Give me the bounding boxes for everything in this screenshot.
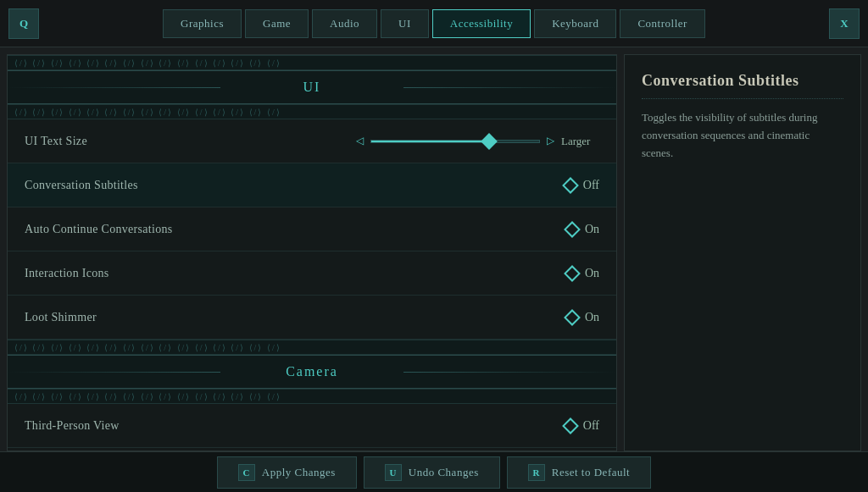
tab-graphics-label: Graphics — [181, 17, 224, 30]
reset-to-default-button[interactable]: R Reset to Default — [507, 456, 651, 489]
slider-left-arrow[interactable]: ◁ — [356, 135, 364, 147]
conversation-subtitles-value: Off — [583, 179, 599, 192]
conversation-subtitles-control[interactable]: Off — [565, 179, 599, 192]
setting-auto-continue[interactable]: Auto Continue Conversations On — [8, 207, 616, 252]
loot-shimmer-control[interactable]: On — [566, 311, 599, 324]
setting-loot-shimmer[interactable]: Loot Shimmer On — [8, 296, 616, 340]
setting-head-bobbing[interactable]: Head Bobbing Off — [8, 448, 616, 451]
undo-key-badge: U — [385, 464, 402, 481]
camera-section-decorator-bottom: ⟨/⟩ ⟨/⟩ ⟨/⟩ ⟨/⟩ ⟨/⟩ ⟨/⟩ ⟨/⟩ ⟨/⟩ ⟨/⟩ ⟨/⟩ … — [8, 389, 616, 404]
ui-text-size-track[interactable] — [370, 140, 540, 143]
third-person-view-value: Off — [583, 419, 599, 433]
undo-changes-label: Undo Changes — [409, 466, 479, 479]
third-person-view-control[interactable]: Off — [565, 419, 599, 433]
auto-continue-label: Auto Continue Conversations — [25, 223, 566, 236]
auto-continue-control[interactable]: On — [566, 223, 599, 236]
apply-changes-button[interactable]: C Apply Changes — [217, 456, 357, 489]
ui-section-decorator-bottom: ⟨/⟩ ⟨/⟩ ⟨/⟩ ⟨/⟩ ⟨/⟩ ⟨/⟩ ⟨/⟩ ⟨/⟩ ⟨/⟩ ⟨/⟩ … — [8, 104, 616, 119]
ui-text-size-handle[interactable] — [481, 133, 498, 150]
ui-text-size-control[interactable]: ◁ ▷ Larger — [356, 135, 599, 148]
setting-conversation-subtitles[interactable]: Conversation Subtitles Off — [8, 163, 616, 207]
info-panel-title: Conversation Subtitles — [642, 72, 843, 99]
tab-keyboard-label: Keyboard — [552, 17, 598, 30]
tab-ui[interactable]: UI — [381, 9, 429, 38]
main-content: ⟨/⟩ ⟨/⟩ ⟨/⟩ ⟨/⟩ ⟨/⟩ ⟨/⟩ ⟨/⟩ ⟨/⟩ ⟨/⟩ ⟨/⟩ … — [0, 47, 868, 451]
corner-right-label: X — [840, 17, 848, 30]
interaction-icons-value: On — [585, 267, 599, 280]
camera-section-header: Camera — [8, 355, 616, 389]
ui-text-size-label: UI Text Size — [25, 135, 356, 148]
conversation-subtitles-label: Conversation Subtitles — [25, 179, 565, 192]
bottom-action-bar: C Apply Changes U Undo Changes R Reset t… — [0, 451, 868, 492]
camera-section-title: Camera — [21, 364, 603, 379]
ui-section-decorator-top: ⟨/⟩ ⟨/⟩ ⟨/⟩ ⟨/⟩ ⟨/⟩ ⟨/⟩ ⟨/⟩ ⟨/⟩ ⟨/⟩ ⟨/⟩ … — [8, 55, 616, 70]
third-person-view-toggle-icon — [562, 417, 579, 434]
tab-keyboard[interactable]: Keyboard — [534, 9, 616, 38]
loot-shimmer-value: On — [585, 311, 599, 324]
tab-graphics[interactable]: Graphics — [163, 9, 242, 38]
ui-text-size-fill — [371, 141, 489, 142]
tab-game[interactable]: Game — [245, 9, 309, 38]
tab-game-label: Game — [263, 17, 291, 30]
info-panel-description: Toggles the visibility of subtitles duri… — [642, 109, 843, 162]
ui-text-size-value: Larger — [561, 135, 599, 148]
ui-section-title: UI — [21, 80, 603, 95]
apply-key-badge: C — [238, 464, 255, 481]
info-panel: Conversation Subtitles Toggles the visib… — [624, 54, 861, 451]
apply-changes-label: Apply Changes — [262, 466, 336, 479]
camera-section-decorator-top: ⟨/⟩ ⟨/⟩ ⟨/⟩ ⟨/⟩ ⟨/⟩ ⟨/⟩ ⟨/⟩ ⟨/⟩ ⟨/⟩ ⟨/⟩ … — [8, 340, 616, 355]
tab-audio[interactable]: Audio — [312, 9, 377, 38]
conversation-subtitles-toggle-icon — [562, 177, 579, 194]
tab-controller-label: Controller — [637, 17, 687, 30]
third-person-view-label: Third-Person View — [25, 419, 565, 433]
ui-section-header: UI — [8, 70, 616, 104]
auto-continue-value: On — [585, 223, 599, 236]
setting-ui-text-size[interactable]: UI Text Size ◁ ▷ Larger — [8, 119, 616, 163]
nav-corner-left[interactable]: Q — [8, 8, 39, 39]
loot-shimmer-toggle-icon — [564, 309, 581, 326]
reset-to-default-label: Reset to Default — [552, 466, 630, 479]
nav-corner-right[interactable]: X — [829, 8, 860, 39]
corner-left-label: Q — [19, 17, 28, 30]
loot-shimmer-label: Loot Shimmer — [25, 311, 566, 324]
tab-controller[interactable]: Controller — [620, 9, 704, 38]
top-navigation: Q Graphics Game Audio UI Accessibility K… — [0, 0, 868, 47]
setting-third-person-view[interactable]: Third-Person View Off — [8, 404, 616, 448]
tab-accessibility-label: Accessibility — [450, 17, 513, 30]
undo-changes-button[interactable]: U Undo Changes — [364, 456, 500, 489]
setting-interaction-icons[interactable]: Interaction Icons On — [8, 252, 616, 296]
interaction-icons-label: Interaction Icons — [25, 267, 566, 280]
interaction-icons-toggle-icon — [564, 265, 581, 282]
auto-continue-toggle-icon — [564, 221, 581, 238]
interaction-icons-control[interactable]: On — [566, 267, 599, 280]
reset-key-badge: R — [528, 464, 545, 481]
settings-panel[interactable]: ⟨/⟩ ⟨/⟩ ⟨/⟩ ⟨/⟩ ⟨/⟩ ⟨/⟩ ⟨/⟩ ⟨/⟩ ⟨/⟩ ⟨/⟩ … — [7, 54, 617, 451]
tab-audio-label: Audio — [330, 17, 359, 30]
slider-right-arrow[interactable]: ▷ — [547, 135, 554, 147]
tab-accessibility[interactable]: Accessibility — [432, 9, 531, 38]
tab-ui-label: UI — [398, 17, 411, 30]
